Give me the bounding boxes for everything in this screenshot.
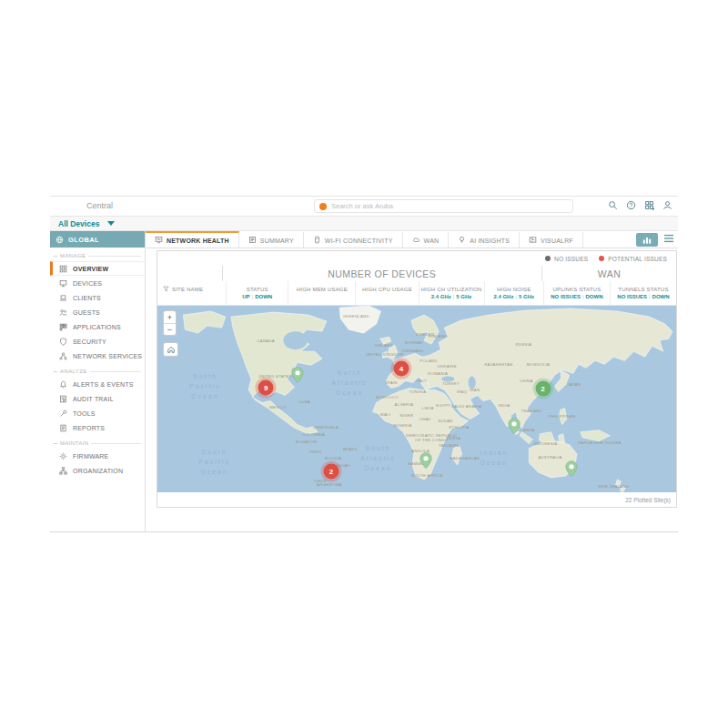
- column-label: UPLINKS STATUS: [552, 287, 601, 292]
- aruba-ask-icon: [319, 203, 327, 210]
- column-sublabel: NO ISSUES|DOWN: [551, 294, 602, 300]
- sidebar-item-clients[interactable]: CLIENTS: [50, 290, 145, 305]
- sidebar-item-tools[interactable]: TOOLS: [50, 406, 145, 420]
- sidebar-item-alerts-events[interactable]: ALERTS & EVENTS: [50, 377, 145, 391]
- sidebar-item-audit-trail[interactable]: AUDIT TRAIL: [50, 391, 145, 406]
- device-filter-label[interactable]: All Devices: [58, 219, 99, 228]
- alerts-icon: [59, 380, 67, 389]
- map-zoom-in-button[interactable]: +: [164, 311, 176, 323]
- map-ocean-label: SouthAtlanticOcean: [360, 445, 396, 471]
- tab-wi-fi-connectivity[interactable]: WI-FI CONNECTIVITY: [304, 231, 403, 248]
- map-country-label: ICELAND: [374, 343, 392, 348]
- help-icon[interactable]: [626, 200, 636, 212]
- sidebar-context-header[interactable]: GLOBAL: [50, 231, 145, 248]
- column-status[interactable]: STATUSUP|DOWN: [226, 281, 288, 305]
- clients-icon: [59, 294, 67, 302]
- map-country-label: IRAQ: [457, 389, 468, 394]
- overview-icon: [59, 265, 67, 273]
- site-pin-marker-ok[interactable]: [508, 418, 521, 434]
- column-high-cpu-usage[interactable]: HIGH CPU USAGE: [355, 281, 418, 305]
- map-country-label: CHAD: [419, 417, 430, 421]
- sidebar-item-overview[interactable]: OVERVIEW: [50, 261, 145, 276]
- site-pin-marker-ok[interactable]: [565, 460, 578, 477]
- sidebar-item-network-services[interactable]: NETWORK SERVICES: [50, 349, 145, 363]
- map-home-button[interactable]: [163, 342, 178, 357]
- map-country-label: ETHIOPIA: [449, 425, 469, 430]
- tab-visualrf[interactable]: VISUALRF: [520, 231, 583, 248]
- map-country-label: MONGOLIA: [527, 362, 550, 367]
- legend-no-issues: NO ISSUES: [545, 256, 588, 262]
- device-filter-bar[interactable]: All Devices: [50, 217, 678, 231]
- list-view-button[interactable]: [663, 234, 674, 245]
- tab-label: NETWORK HEALTH: [167, 238, 229, 244]
- site-cluster-marker-issue[interactable]: 2: [323, 463, 339, 479]
- sidebar-section-manage: MANAGE: [50, 248, 145, 261]
- column-tunnels-status[interactable]: TUNNELS STATUSNO ISSUES|DOWN: [610, 281, 676, 305]
- column-uplinks-status[interactable]: UPLINKS STATUSNO ISSUES|DOWN: [543, 281, 610, 305]
- devices-icon: [59, 279, 67, 288]
- column-site-name[interactable]: SITE NAME: [157, 281, 226, 305]
- map-country-label: INDIA: [499, 403, 511, 408]
- map-zoom-out-button[interactable]: −: [164, 323, 176, 335]
- column-high-noise[interactable]: HIGH NOISE2.4 GHz|5 GHz: [484, 281, 543, 305]
- sidebar-item-devices[interactable]: DEVICES: [50, 276, 145, 290]
- site-cluster-marker-issue[interactable]: 4: [393, 361, 409, 377]
- network-health-panel: NO ISSUESPOTENTIAL ISSUES NUMBER OF DEVI…: [157, 250, 677, 508]
- visualrf-icon: [529, 236, 537, 245]
- tools-icon: [59, 410, 67, 418]
- map-country-label: GREENLAND: [343, 314, 369, 318]
- security-icon: [59, 338, 67, 346]
- map-country-label: TURKEY: [442, 381, 460, 386]
- column-label: STATUS: [247, 287, 268, 292]
- map-country-label: IRAN: [470, 388, 480, 392]
- sidebar-item-firmware[interactable]: FIRMWARE: [50, 449, 145, 463]
- site-cluster-marker-issue[interactable]: 9: [258, 380, 274, 396]
- firmware-icon: [59, 452, 67, 460]
- map-country-label: CHINA: [520, 379, 533, 383]
- column-high-ch-utilization[interactable]: HIGH CH UTILIZATION2.4 GHz|5 GHz: [419, 281, 484, 305]
- aruba-central-app: Central All Devices GLOBAL MANAGEOVERVIE…: [50, 196, 678, 532]
- tab-wan[interactable]: WAN: [403, 231, 450, 248]
- sidebar-item-organization[interactable]: ORGANIZATION: [50, 463, 145, 478]
- organization-icon: [59, 467, 67, 475]
- sidebar-item-label: CLIENTS: [73, 295, 101, 301]
- map-country-label: NIGERIA: [394, 423, 412, 428]
- site-cluster-marker-ok[interactable]: 2: [535, 381, 551, 397]
- tab-network-health[interactable]: NETWORK HEALTH: [146, 231, 239, 248]
- plotted-sites-count: 22 Plotted Site(s): [157, 492, 676, 507]
- sidebar-item-guests[interactable]: GUESTS: [50, 305, 145, 319]
- column-high-mem-usage[interactable]: HIGH MEM USAGE: [288, 281, 355, 305]
- map-country-label: COLOMBIA: [302, 432, 325, 437]
- sidebar: GLOBAL MANAGEOVERVIEWDEVICESCLIENTSGUEST…: [50, 231, 146, 531]
- sidebar-item-label: ORGANIZATION: [73, 468, 123, 474]
- chevron-down-icon[interactable]: [107, 221, 115, 226]
- tab-summary[interactable]: SUMMARY: [239, 231, 304, 248]
- group-wan: WAN: [541, 266, 676, 281]
- map-country-label: ITALY: [416, 379, 428, 383]
- world-map[interactable]: NorthPacificOceanNorthAtlanticOceanSouth…: [157, 306, 676, 492]
- table-column-header: SITE NAMESTATUSUP|DOWNHIGH MEM USAGEHIGH…: [157, 281, 676, 306]
- search-icon[interactable]: [608, 200, 618, 212]
- site-pin-marker-ok[interactable]: [291, 368, 304, 384]
- chart-view-button[interactable]: [636, 233, 658, 247]
- sidebar-item-label: TOOLS: [73, 410, 96, 417]
- map-country-label: UNITED STATES: [258, 374, 292, 379]
- map-country-label: PERU: [309, 450, 321, 454]
- sidebar-item-label: FIRMWARE: [73, 453, 108, 460]
- sidebar-item-reports[interactable]: REPORTS: [50, 420, 145, 435]
- site-pin-marker-ok[interactable]: [420, 452, 432, 469]
- map-country-label: TUNISIA: [410, 389, 427, 394]
- search-input[interactable]: [331, 202, 568, 210]
- column-filter-icon[interactable]: [163, 286, 169, 293]
- content-area: NO ISSUESPOTENTIAL ISSUES NUMBER OF DEVI…: [146, 248, 678, 531]
- ai-insights-icon: [458, 236, 466, 245]
- global-search[interactable]: [314, 199, 573, 213]
- map-country-label: JAPAN: [567, 382, 581, 387]
- user-icon[interactable]: [662, 200, 672, 212]
- tab-ai-insights[interactable]: AI INSIGHTS: [449, 231, 520, 248]
- sidebar-section-maintain: MAINTAIN: [50, 435, 145, 449]
- apps-icon[interactable]: [644, 200, 654, 212]
- sidebar-item-security[interactable]: SECURITY: [50, 334, 145, 349]
- sidebar-item-applications[interactable]: APPLICATIONS: [50, 319, 145, 334]
- wifi-icon: [313, 236, 321, 245]
